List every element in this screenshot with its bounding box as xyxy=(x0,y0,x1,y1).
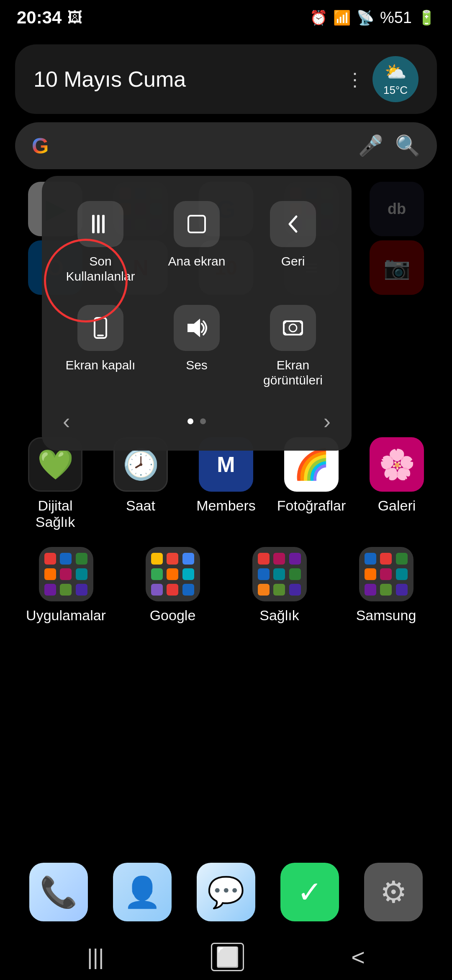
date-widget[interactable]: 10 Mayıs Cuma ⋮ ⛅ 15°C xyxy=(15,44,437,114)
galeri-icon: 🌸 xyxy=(370,437,424,492)
dock-messages[interactable]: 💬 xyxy=(197,863,255,921)
recent-label: Son Kullanılanlar xyxy=(59,254,142,284)
kamera-icon: 📷 xyxy=(370,240,424,295)
galeri-label: Galeri xyxy=(378,498,416,514)
context-screenshot[interactable]: Ekran görüntüleri xyxy=(247,297,339,396)
back-label: Geri xyxy=(281,254,305,269)
date-menu-icon[interactable]: ⋮ xyxy=(346,69,364,90)
time-display: 20:34 xyxy=(17,8,62,28)
saglik-folder-label: Sağlık xyxy=(259,607,299,624)
app-uygulamalar[interactable]: Uygulamalar xyxy=(28,547,104,624)
samsung-folder-icon xyxy=(359,547,413,601)
nav-home-icon[interactable]: ⬜ xyxy=(211,943,244,971)
health-label: Dijital Sağlık xyxy=(18,498,93,530)
contacts-icon: 👤 xyxy=(113,863,172,921)
google-folder-icon xyxy=(146,547,200,601)
app-fotograflar[interactable]: 🌈 Fotoğraflar xyxy=(274,437,349,530)
status-left: 20:34 🖼 xyxy=(17,8,82,28)
gallery-icon: 🖼 xyxy=(67,9,82,26)
volume-icon xyxy=(174,305,220,351)
app-samsung-folder[interactable]: Samsung xyxy=(349,547,424,624)
date-text: 10 Mayıs Cuma xyxy=(33,67,186,92)
dock-settings[interactable]: ⚙ xyxy=(364,863,423,921)
dock: 📞 👤 💬 ✓ ⚙ xyxy=(0,854,452,930)
saglik-folder-icon xyxy=(252,547,307,601)
app-saat[interactable]: 🕗 Saat xyxy=(103,437,178,530)
samsung-folder-label: Samsung xyxy=(356,607,416,624)
context-recent[interactable]: Son Kullanılanlar xyxy=(54,193,146,292)
weather-badge[interactable]: ⛅ 15°C xyxy=(372,56,419,102)
app-dovizborsa[interactable]: db xyxy=(359,182,434,236)
svg-point-8 xyxy=(289,324,297,332)
screen-off-icon xyxy=(77,305,123,351)
svg-rect-5 xyxy=(97,335,104,336)
homescreen-label: Ana ekran xyxy=(168,254,226,269)
phone-icon: 📞 xyxy=(29,863,88,921)
context-page-dots xyxy=(187,418,206,424)
lens-icon[interactable]: 🔍 xyxy=(395,134,420,157)
app-members[interactable]: M Members xyxy=(188,437,264,530)
context-homescreen[interactable]: Ana ekran xyxy=(151,193,243,292)
app-galeri[interactable]: 🌸 Galeri xyxy=(359,437,434,530)
nav-recent-icon[interactable]: ||| xyxy=(87,944,104,970)
context-screen-off[interactable]: Ekran kapalı xyxy=(54,297,146,396)
status-right: ⏰ 📶 📡 %51 🔋 xyxy=(310,9,435,27)
settings-icon: ⚙ xyxy=(364,863,423,921)
app-google-folder[interactable]: Google xyxy=(135,547,211,624)
search-bar-icons: 🎤 🔍 xyxy=(358,134,420,157)
svg-rect-3 xyxy=(188,216,205,232)
svg-marker-6 xyxy=(188,320,199,335)
context-menu-grid: Son Kullanılanlar Ana ekran Geri xyxy=(54,193,339,396)
app-dijital-saglik[interactable]: 💚 Dijital Sağlık xyxy=(18,437,93,530)
context-next-arrow[interactable]: › xyxy=(315,409,339,434)
whatsapp-icon: ✓ xyxy=(280,863,339,921)
nav-bar: ||| ⬜ < xyxy=(0,934,452,980)
svg-rect-0 xyxy=(92,215,95,233)
weather-temp: 15°C xyxy=(383,84,408,97)
screenshot-icon xyxy=(270,305,316,351)
back-icon xyxy=(270,201,316,247)
screenshot-label: Ekran görüntüleri xyxy=(251,358,335,388)
date-widget-right: ⋮ ⛅ 15°C xyxy=(346,56,419,102)
app-kamera[interactable]: 📷 xyxy=(359,240,434,295)
svg-rect-2 xyxy=(102,215,105,233)
wifi-icon: 📶 xyxy=(333,9,351,26)
ctx-dot-2 xyxy=(200,418,206,424)
signal-icon: 📡 xyxy=(357,9,374,26)
battery-text: %51 xyxy=(380,9,412,27)
app-saglik-folder[interactable]: Sağlık xyxy=(242,547,317,624)
battery-icon: 🔋 xyxy=(418,9,435,26)
nav-back-icon[interactable]: < xyxy=(351,944,365,971)
context-volume[interactable]: Ses xyxy=(151,297,243,396)
svg-rect-1 xyxy=(97,215,100,233)
messages-icon: 💬 xyxy=(197,863,255,921)
dock-phone[interactable]: 📞 xyxy=(29,863,88,921)
context-menu[interactable]: Son Kullanılanlar Ana ekran Geri xyxy=(42,176,352,451)
context-nav: ‹ › xyxy=(54,409,339,434)
svg-rect-7 xyxy=(284,321,302,335)
volume-label: Ses xyxy=(186,358,208,373)
status-bar: 20:34 🖼 ⏰ 📶 📡 %51 🔋 xyxy=(0,0,452,32)
weather-icon: ⛅ xyxy=(385,62,406,82)
google-g-logo: G xyxy=(32,133,49,158)
dock-contacts[interactable]: 👤 xyxy=(113,863,172,921)
google-folder-label: Google xyxy=(150,607,196,624)
dock-whatsapp[interactable]: ✓ xyxy=(280,863,339,921)
ctx-dot-1 xyxy=(187,418,193,424)
alarm-icon: ⏰ xyxy=(310,9,327,26)
saat-label: Saat xyxy=(126,498,155,514)
screen-off-label: Ekran kapalı xyxy=(66,358,136,373)
uygulamalar-folder-icon xyxy=(39,547,93,601)
google-search-bar[interactable]: G 🎤 🔍 xyxy=(15,122,437,169)
context-prev-arrow[interactable]: ‹ xyxy=(54,409,78,434)
app-row-4: Uygulamalar Google xyxy=(8,539,444,632)
uygulamalar-label: Uygulamalar xyxy=(26,607,106,624)
dovizborsa-icon: db xyxy=(370,182,424,236)
fotograflar-label: Fotoğraflar xyxy=(277,498,346,514)
recent-icon xyxy=(77,201,123,247)
context-back[interactable]: Geri xyxy=(247,193,339,292)
members-label: Members xyxy=(196,498,256,514)
mic-icon[interactable]: 🎤 xyxy=(358,134,383,157)
homescreen-icon xyxy=(174,201,220,247)
